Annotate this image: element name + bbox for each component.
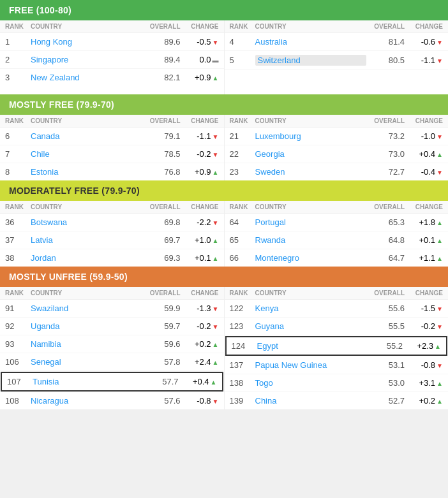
country-cell[interactable]: Egypt [257, 341, 365, 351]
change-value: -0.2 [197, 321, 211, 331]
overall-cell: 65.3 [366, 217, 405, 227]
change-header: CHANGE [181, 117, 219, 124]
change-arrow-icon [437, 167, 443, 177]
change-arrow-icon [213, 131, 219, 141]
change-arrow-icon [437, 149, 443, 159]
change-value: -0.4 [421, 167, 435, 177]
country-cell[interactable]: Hong Kong [31, 37, 142, 47]
country-header: COUNTRY [31, 23, 142, 30]
change-value: -1.3 [197, 304, 211, 313]
table-row: 23 Sweden 72.7 -0.4 [225, 163, 449, 180]
change-cell: -0.2 [405, 321, 443, 331]
country-cell[interactable]: Jordan [31, 253, 142, 263]
country-cell[interactable]: Estonia [31, 167, 142, 177]
country-cell[interactable]: Canada [31, 131, 142, 141]
overall-cell: 72.7 [366, 167, 405, 177]
country-cell[interactable]: Rwanda [255, 235, 367, 245]
overall-cell: 64.8 [366, 235, 405, 245]
rank-cell: 6 [5, 131, 31, 141]
rank-cell: 7 [5, 149, 31, 159]
table-row: 37 Latvia 69.7 +1.0 [0, 231, 224, 249]
left-column: RANK COUNTRY OVERALL CHANGE 1 Hong Kong … [0, 20, 225, 94]
columns-wrapper: RANK COUNTRY OVERALL CHANGE 1 Hong Kong … [0, 20, 448, 94]
rank-header: RANK [230, 289, 255, 297]
country-cell[interactable]: Portugal [255, 217, 367, 227]
change-value: -1.1 [421, 55, 435, 65]
change-arrow-icon [437, 217, 443, 227]
change-cell: -0.6 [405, 37, 443, 47]
country-cell[interactable]: Luxembourg [255, 131, 367, 141]
change-header: CHANGE [405, 117, 443, 124]
table-row: 3 New Zealand 82.1 +0.9 [0, 69, 224, 86]
overall-cell: 55.6 [366, 304, 405, 313]
country-cell[interactable]: New Zealand [31, 73, 142, 82]
country-cell[interactable]: Nicaragua [31, 396, 142, 406]
section-mostly-free: MOSTLY FREE (79.9-70) RANK COUNTRY OVERA… [0, 94, 448, 180]
right-column: RANK COUNTRY OVERALL CHANGE 64 Portugal … [225, 201, 449, 267]
overall-cell: 52.7 [366, 396, 405, 406]
change-value: 0.0 [199, 55, 211, 64]
rank-cell: 23 [230, 167, 255, 177]
country-header: COUNTRY [255, 23, 367, 30]
change-cell: -0.4 [405, 167, 443, 177]
change-arrow-icon [437, 253, 443, 263]
country-cell[interactable]: Switzerland [255, 55, 367, 66]
country-cell[interactable]: Guyana [255, 321, 367, 331]
rank-cell: 93 [5, 339, 31, 349]
country-cell[interactable]: Papua New Guinea [255, 360, 367, 370]
country-header: COUNTRY [31, 203, 142, 210]
table-row: 92 Uganda 59.7 -0.2 [0, 318, 224, 335]
change-value: -0.8 [421, 360, 435, 370]
table-row: 7 Chile 78.5 -0.2 [0, 145, 224, 163]
change-value: +0.1 [419, 235, 435, 245]
change-value: +0.4 [193, 377, 209, 386]
country-cell[interactable]: Latvia [31, 235, 142, 245]
country-cell[interactable]: Kenya [255, 304, 367, 313]
change-cell: -1.0 [405, 131, 443, 141]
country-cell[interactable]: Sweden [255, 167, 367, 177]
table-row: 66 Montenegro 64.7 +1.1 [225, 249, 449, 267]
country-cell[interactable]: Uganda [31, 321, 142, 331]
table-row: 5 Switzerland 80.5 -1.1 [225, 51, 449, 70]
country-cell[interactable]: Namibia [31, 339, 142, 349]
overall-cell: 53.0 [366, 378, 405, 388]
rank-header: RANK [5, 289, 31, 297]
table-row: 2 Singapore 89.4 0.0 [0, 51, 224, 69]
change-value: -0.2 [421, 321, 435, 331]
country-cell[interactable]: Georgia [255, 149, 367, 159]
overall-cell: 57.7 [140, 377, 179, 386]
rank-header: RANK [230, 23, 255, 30]
table-row: 22 Georgia 73.0 +0.4 [225, 145, 449, 163]
table-row: 139 China 52.7 +0.2 [225, 392, 449, 409]
country-cell[interactable]: Australia [255, 37, 367, 47]
table-row: 91 Swaziland 59.9 -1.3 [0, 300, 224, 318]
rank-cell: 21 [230, 131, 255, 141]
rank-cell: 122 [230, 304, 255, 313]
change-arrow-icon [437, 321, 443, 331]
country-cell[interactable]: China [255, 396, 367, 406]
country-cell[interactable]: Chile [31, 149, 142, 159]
country-cell[interactable]: Togo [255, 378, 367, 388]
right-column: RANK COUNTRY OVERALL CHANGE 21 Luxembour… [225, 115, 449, 180]
columns-wrapper: RANK COUNTRY OVERALL CHANGE 36 Botswana … [0, 201, 448, 267]
country-cell[interactable]: Senegal [31, 357, 142, 367]
country-cell[interactable]: Singapore [31, 55, 142, 64]
rank-cell: 108 [5, 396, 31, 406]
column-header: RANK COUNTRY OVERALL CHANGE [0, 20, 224, 33]
section-free: FREE (100-80) RANK COUNTRY OVERALL CHANG… [0, 0, 448, 94]
table-row: 106 Senegal 57.8 +2.4 [0, 353, 224, 371]
overall-cell: 82.1 [142, 73, 181, 82]
change-cell: +0.9 [181, 73, 219, 82]
change-header: CHANGE [405, 23, 443, 30]
overall-cell: 53.1 [366, 360, 405, 370]
country-cell[interactable]: Montenegro [255, 253, 367, 263]
country-cell[interactable]: Tunisia [33, 377, 140, 386]
table-row: 65 Rwanda 64.8 +0.1 [225, 231, 449, 249]
change-arrow-icon [213, 167, 219, 177]
country-cell[interactable]: Swaziland [31, 304, 142, 313]
country-cell[interactable]: Botswana [31, 217, 142, 227]
section-header: MOSTLY UNFREE (59.9-50) [0, 267, 448, 287]
overall-cell: 73.0 [366, 149, 405, 159]
change-cell: -2.2 [181, 217, 219, 227]
empty-row [225, 70, 449, 94]
